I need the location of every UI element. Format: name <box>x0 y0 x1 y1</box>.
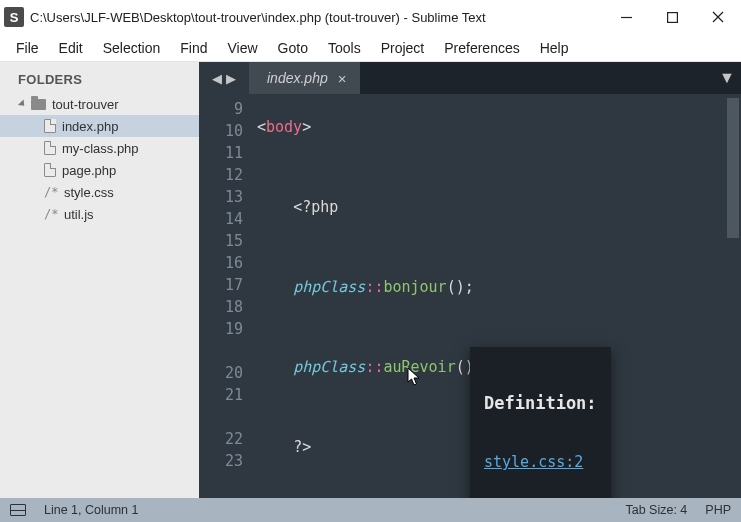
file-icon <box>44 141 56 155</box>
window-title: C:\Users\JLF-WEB\Desktop\tout-trouver\in… <box>30 10 603 25</box>
file-label: index.php <box>62 119 118 134</box>
back-icon: ◀ <box>212 71 222 86</box>
status-tabsize[interactable]: Tab Size: 4 <box>625 503 687 517</box>
menu-preferences[interactable]: Preferences <box>434 36 529 60</box>
menu-help[interactable]: Help <box>530 36 579 60</box>
tooltip-header: Definition: <box>484 393 597 413</box>
tab-label: index.php <box>267 70 328 86</box>
status-language[interactable]: PHP <box>705 503 731 517</box>
menu-selection[interactable]: Selection <box>93 36 171 60</box>
file-item[interactable]: my-class.php <box>0 137 199 159</box>
menu-tools[interactable]: Tools <box>318 36 371 60</box>
status-cursor: Line 1, Column 1 <box>44 503 139 517</box>
menu-file[interactable]: File <box>6 36 49 60</box>
code-area[interactable]: <body> <?php phpClass::bonjour(); phpCla… <box>257 94 741 498</box>
panel-icon[interactable] <box>10 504 26 516</box>
file-icon <box>44 163 56 177</box>
chevron-down-icon <box>18 99 27 108</box>
comment-icon: /* <box>44 207 58 221</box>
menu-find[interactable]: Find <box>170 36 217 60</box>
folder-root[interactable]: tout-trouver <box>0 93 199 115</box>
editor: ◀▶ index.php × ▼ 91011 121314 151617 181… <box>199 62 741 498</box>
file-label: util.js <box>64 207 94 222</box>
maximize-button[interactable] <box>649 0 695 34</box>
menu-edit[interactable]: Edit <box>49 36 93 60</box>
folder-icon <box>31 99 46 110</box>
history-nav[interactable]: ◀▶ <box>199 62 249 94</box>
tab-spacer <box>360 62 713 94</box>
close-button[interactable] <box>695 0 741 34</box>
menu-bar: File Edit Selection Find View Goto Tools… <box>0 34 741 62</box>
sidebar-header: FOLDERS <box>0 62 199 93</box>
file-label: my-class.php <box>62 141 139 156</box>
svg-rect-1 <box>667 12 677 22</box>
sidebar: FOLDERS tout-trouver index.php my-class.… <box>0 62 199 498</box>
file-item[interactable]: page.php <box>0 159 199 181</box>
title-bar: S C:\Users\JLF-WEB\Desktop\tout-trouver\… <box>0 0 741 34</box>
menu-project[interactable]: Project <box>371 36 435 60</box>
file-item[interactable]: /* style.css <box>0 181 199 203</box>
status-bar: Line 1, Column 1 Tab Size: 4 PHP <box>0 498 741 522</box>
file-label: page.php <box>62 163 116 178</box>
folder-label: tout-trouver <box>52 97 118 112</box>
file-label: style.css <box>64 185 114 200</box>
tooltip-link[interactable]: style.css:2 <box>484 453 597 471</box>
app-icon: S <box>4 7 24 27</box>
minimize-button[interactable] <box>603 0 649 34</box>
file-item[interactable]: index.php <box>0 115 199 137</box>
dropdown-icon[interactable]: ▼ <box>713 62 741 94</box>
file-item[interactable]: /* util.js <box>0 203 199 225</box>
scrollbar[interactable] <box>727 98 739 238</box>
file-icon <box>44 119 56 133</box>
comment-icon: /* <box>44 185 58 199</box>
menu-view[interactable]: View <box>218 36 268 60</box>
forward-icon: ▶ <box>226 71 236 86</box>
gutter: 91011 121314 151617 1819 2021 2223 <box>199 94 257 498</box>
definition-tooltip: Definition: style.css:2 <box>470 347 611 498</box>
tab-index[interactable]: index.php × <box>249 62 360 94</box>
close-icon[interactable]: × <box>338 70 347 87</box>
menu-goto[interactable]: Goto <box>268 36 318 60</box>
tabs-row: ◀▶ index.php × ▼ <box>199 62 741 94</box>
